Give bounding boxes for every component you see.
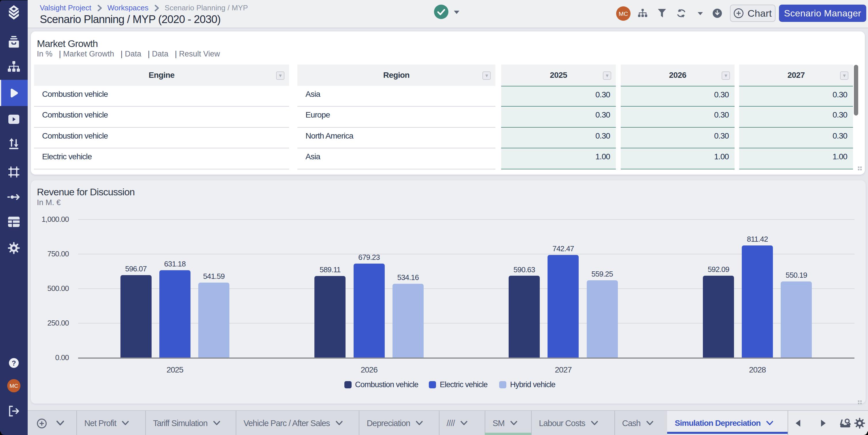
svg-text:MC: MC xyxy=(619,11,628,17)
svg-text:MC: MC xyxy=(9,383,18,389)
svg-text:?: ? xyxy=(12,359,16,367)
